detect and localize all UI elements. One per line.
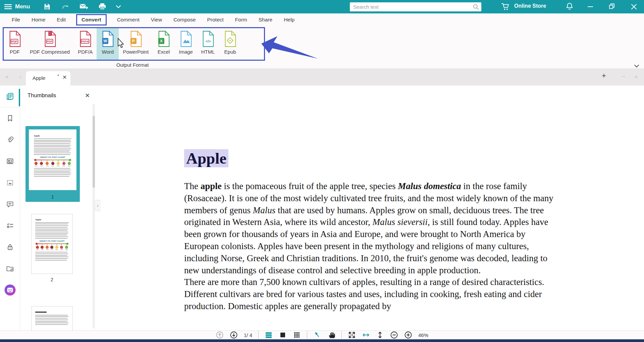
document-paragraphs[interactable]: The apple is the pomaceous fruit of the … [184,180,558,312]
toolbar-more-chevron-icon[interactable] [116,5,121,8]
menu-item-convert[interactable]: Convert [76,14,107,25]
menu-item-help[interactable]: Help [284,17,294,23]
menu-item-compose[interactable]: Compose [173,17,196,23]
continuous-scroll-view-button[interactable] [265,331,273,339]
sidebar-item-stamps[interactable] [0,173,20,192]
save-icon[interactable] [43,3,51,10]
share-email-icon[interactable] [79,3,88,10]
bottom-window-edge [0,339,644,342]
pdf-editor-window: Menu Online Store [0,0,644,342]
previous-page-button[interactable] [216,331,224,339]
pdfa-file-icon: PDF/A [78,31,92,47]
tab-title: Apple [33,75,45,81]
thumbnails-panel-close-icon[interactable]: ✕ [85,92,90,99]
document-heading-highlighted[interactable]: Apple [184,149,228,167]
sidebar-item-extract-info[interactable] [0,259,20,278]
hand-pan-tool-button[interactable] [327,331,335,339]
menu-item-share[interactable]: Share [259,17,272,23]
document-page[interactable]: Apple The apple is the pomaceous fruit o… [101,86,638,330]
comment-bubble-icon [6,200,14,208]
bottom-toolbar: 1/ 4 46% [0,330,644,339]
article-card-icon [6,157,14,165]
page-2-preview: AppleSWEET-TO-TART CHART [32,214,72,274]
search-input[interactable] [350,2,481,11]
convert-to-pdfa-button[interactable]: PDF/A PDF/A [74,28,97,60]
convert-to-html-button[interactable]: </> HTML [197,28,219,60]
title-bar: Menu Online Store [0,0,644,13]
pdf-file-icon: PDF [8,31,22,47]
sidebar-item-security[interactable] [0,238,20,256]
page-thumbnail-2[interactable]: AppleSWEET-TO-TART CHART [31,214,73,274]
window-minimize-button[interactable] [587,3,594,10]
svg-text:PDF/A: PDF/A [82,40,89,43]
new-tab-plus-icon[interactable]: + [602,72,606,79]
menu-item-file[interactable]: File [12,17,20,23]
tab-scroll-left-icon[interactable]: ‹ [19,74,21,79]
panel-collapse-handle[interactable]: ‹ [94,200,101,211]
sidebar-item-ai-assistant[interactable] [0,281,20,299]
menu-item-home[interactable]: Home [32,17,45,23]
window-restore-button[interactable] [608,3,615,10]
convert-to-word-button[interactable]: W Word [97,28,119,60]
menu-bar: File Home Edit Convert Comment View Comp… [0,13,644,26]
menu-item-edit[interactable]: Edit [57,17,66,23]
convert-to-image-button[interactable]: Image [175,28,197,60]
fit-screen-expand-button[interactable] [348,331,356,339]
menu-item-form[interactable]: Form [235,17,247,23]
menu-item-comment[interactable]: Comment [117,17,140,23]
thumbnails-scrollbar-thumb[interactable] [93,116,95,188]
svg-text:X: X [160,39,163,43]
convert-to-pdf-button[interactable]: PDF PDF [4,28,26,60]
convert-to-powerpoint-button[interactable]: P PowerPoint [119,28,153,60]
convert-to-pdf-compressed-button[interactable]: PDF PDF Compressed [26,28,74,60]
document-tab-apple[interactable]: Apple * ✕ [26,71,70,86]
menu-item-view[interactable]: View [151,17,162,23]
sidebar-item-comments[interactable] [0,195,20,214]
menu-label[interactable]: Menu [15,3,30,10]
sidebar-item-bookmarks[interactable] [0,109,20,128]
fit-width-button[interactable] [362,331,370,339]
thumbnails-scrollbar[interactable] [93,104,95,329]
sidebar-item-checklist[interactable] [0,216,20,235]
sidebar-item-thumbnails[interactable] [0,87,20,106]
zoom-out-button[interactable] [390,331,398,339]
page-thumbnail-1-selected[interactable]: AppleSWEET-TO-TART CHART 1 [25,126,80,202]
search-icon[interactable] [473,4,479,11]
tab-scroll-right-icon[interactable]: → [621,73,626,78]
fit-height-button[interactable] [376,331,384,339]
document-tab-bar: « ‹ Apple * ✕ + → » [0,69,644,86]
print-icon[interactable] [98,3,106,10]
zoom-in-button[interactable] [404,331,412,339]
folder-info-icon [6,265,14,273]
search-box [350,2,481,11]
select-tool-button[interactable] [313,331,321,339]
menu-item-protect[interactable]: Protect [207,17,224,23]
sidebar-item-article[interactable] [0,152,20,171]
convert-to-epub-button[interactable]: Epub [219,28,241,60]
single-page-view-button[interactable] [279,331,287,339]
notification-bell-icon[interactable] [566,2,574,11]
thumbnails-panel: Thumbnails ✕ AppleSWEET-TO-TART CHART 1 … [20,86,101,330]
svg-text:P: P [132,39,135,43]
tab-scroll-far-right-icon[interactable]: » [635,74,638,79]
window-close-button[interactable] [630,3,638,10]
powerpoint-file-icon: P [129,31,143,47]
tab-scroll-far-left-icon[interactable]: « [5,74,8,79]
ribbon-collapse-chevron-icon[interactable] [634,63,639,69]
zoom-level-label[interactable]: 46% [418,332,428,338]
page-2-number: 2 [31,277,73,282]
lock-icon [6,243,14,251]
hamburger-menu-icon[interactable] [4,3,12,10]
page-3-preview [32,306,72,330]
svg-text:W: W [104,39,107,43]
page-thumbnail-3[interactable] [31,306,73,330]
redo-icon[interactable] [61,3,69,10]
next-page-button[interactable] [230,331,238,339]
tab-close-icon[interactable]: ✕ [62,75,67,80]
svg-text:PDF: PDF [11,40,17,43]
convert-to-excel-button[interactable]: X Excel [153,28,175,60]
shopping-cart-icon[interactable] [501,2,511,11]
sidebar-item-attachments[interactable] [0,130,20,149]
grid-view-button[interactable] [293,331,301,339]
online-store-label[interactable]: Online Store [514,3,546,9]
